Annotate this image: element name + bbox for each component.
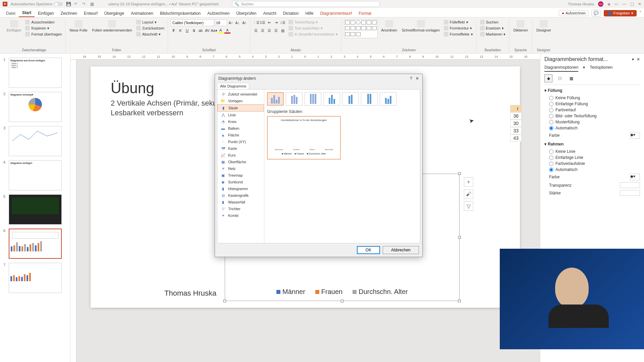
maximize-icon[interactable]: ▢ <box>630 2 634 6</box>
type-radar[interactable]: ✳Netz <box>217 165 264 172</box>
tab-help[interactable]: Hilfe <box>302 10 317 17</box>
layout-button[interactable]: Layout▾ <box>136 19 165 25</box>
decrease-font-icon[interactable]: A↓ <box>234 20 240 26</box>
copy-button[interactable]: Kopieren▾ <box>24 25 62 31</box>
type-surface[interactable]: ▦Oberfläche <box>217 159 264 165</box>
tab-transitions[interactable]: Übergänge <box>101 10 127 17</box>
cut-button[interactable]: Ausschneiden <box>24 19 62 25</box>
type-templates[interactable]: 📁Vorlagen <box>217 98 264 104</box>
italic-button[interactable]: K <box>177 27 183 34</box>
effects-tab-icon[interactable]: ⬠ <box>556 74 564 82</box>
font-family-combo[interactable] <box>171 19 214 26</box>
font-color-button[interactable]: A <box>224 27 230 34</box>
tab-text-options[interactable]: Textoptionen <box>590 65 612 72</box>
text-direction-button[interactable]: Textrichtung▾ <box>288 19 338 25</box>
record-button[interactable]: ●Aufzeichnen <box>559 10 589 16</box>
tab-chart-options[interactable]: Diagrammoptionen <box>544 65 578 72</box>
align-left-icon[interactable]: ☰ <box>253 27 259 34</box>
search-box[interactable]: 🔍 Suchen <box>232 1 380 7</box>
fill-color-button[interactable]: ◆▾ <box>630 132 640 139</box>
tab-slideshow[interactable]: Bildschirmpräsentation <box>157 10 204 17</box>
dialog-help-icon[interactable]: ? <box>410 76 412 81</box>
ok-button[interactable]: OK <box>357 246 380 254</box>
highlight-button[interactable]: A <box>218 27 224 34</box>
reset-button[interactable]: Zurücksetzen <box>136 25 165 31</box>
spacing-button[interactable]: AV <box>204 27 210 34</box>
type-recent[interactable]: ↺Zuletzt verwendet <box>217 91 264 98</box>
paste-button[interactable]: Einfügen <box>5 19 22 33</box>
tab-file[interactable]: Datei <box>3 10 19 17</box>
chart-filter-icon[interactable]: ▽ <box>464 201 473 211</box>
tab-start[interactable]: Start <box>19 9 35 17</box>
format-painter-button[interactable]: Format übertragen <box>24 32 62 37</box>
tab-format[interactable]: Format <box>355 10 375 17</box>
fill-solid-radio[interactable]: Einfarbige Füllung <box>544 101 640 107</box>
type-pie[interactable]: ◔Kreis <box>217 118 264 125</box>
tab-review[interactable]: Überprüfen <box>233 10 260 17</box>
tab-insert[interactable]: Einfügen <box>35 10 57 17</box>
dictate-button[interactable]: Diktieren <box>512 19 529 33</box>
ribbon-collapse-icon[interactable]: ˅ <box>639 11 641 15</box>
type-treemap[interactable]: ▣Treemap <box>217 172 264 179</box>
border-auto-radio[interactable]: Automatisch <box>544 167 640 173</box>
strike-button[interactable]: S̶ <box>191 27 197 34</box>
slide-thumb-7[interactable]: 7 <box>0 261 70 295</box>
type-line[interactable]: ⋀Linie <box>217 112 264 118</box>
type-area[interactable]: ▲Fläche <box>217 132 264 138</box>
tab-design[interactable]: Entwurf <box>80 10 101 17</box>
border-section-header[interactable]: ▾Rahmen <box>544 142 640 146</box>
type-waterfall[interactable]: ▮Wasserfall <box>217 199 264 205</box>
save-icon[interactable]: 💾 <box>66 2 71 6</box>
coming-soon-icon[interactable]: ◈ <box>607 2 610 6</box>
dialog-titlebar[interactable]: Diagrammtyp ändern ?✕ <box>215 74 422 83</box>
indent-inc-icon[interactable]: ⇥ <box>273 19 279 25</box>
bold-button[interactable]: F <box>171 27 177 34</box>
type-sunburst[interactable]: ◉Sunburst <box>217 179 264 185</box>
font-size-combo[interactable] <box>215 19 227 26</box>
border-color-button[interactable]: ◆▾ <box>630 174 640 180</box>
redo-icon[interactable]: ↷ <box>82 2 87 6</box>
type-boxwhisker[interactable]: ⊟Kastengrafik <box>217 192 264 199</box>
reuse-slides-button[interactable]: Folien wiederverwenden <box>91 19 133 33</box>
subtype-3d-column[interactable] <box>380 92 396 106</box>
chart-elements-icon[interactable]: + <box>464 177 473 187</box>
tab-all-charts[interactable]: Alle Diagramme <box>217 83 249 89</box>
case-button[interactable]: Aa▾ <box>211 27 217 34</box>
dialog-close-icon[interactable]: ✕ <box>416 76 419 81</box>
fill-gradient-radio[interactable]: Farbverlauf <box>544 107 640 113</box>
chart-styles-icon[interactable]: 🖌 <box>464 189 473 199</box>
autosave-toggle[interactable]: Automatisches Speichern <box>11 2 63 6</box>
type-stock[interactable]: 📈Kurs <box>217 152 264 159</box>
subtype-3d-stacked[interactable] <box>342 92 359 106</box>
shape-gallery[interactable] <box>344 19 378 38</box>
cancel-button[interactable]: Abbrechen <box>383 246 419 254</box>
justify-icon[interactable]: ☰ <box>273 27 279 34</box>
type-funnel[interactable]: ▽Trichter <box>217 205 264 212</box>
quick-styles-button[interactable]: Schnellformat-vorlagen <box>400 19 441 33</box>
slide-thumb-1[interactable]: 1Diagramme aus Excel einfügen· Option 1·… <box>0 56 70 90</box>
tab-draw[interactable]: Zeichnen <box>57 10 80 17</box>
align-center-icon[interactable]: ☰ <box>260 27 266 34</box>
columns-icon[interactable]: ▥ <box>280 27 286 34</box>
shape-effects-button[interactable]: Formeffekte▾ <box>443 32 474 37</box>
toggle-switch[interactable] <box>54 2 63 6</box>
bullets-icon[interactable]: ⋮☰ <box>253 19 259 25</box>
slide-thumb-5[interactable]: 5 <box>0 192 70 227</box>
type-column[interactable]: ▮Säule <box>217 104 264 112</box>
fill-picture-radio[interactable]: Bild- oder Texturfüllung <box>544 113 640 119</box>
shape-fill-button[interactable]: Fülleffekt▾ <box>443 19 474 25</box>
tab-dictation[interactable]: Dictation <box>280 10 302 17</box>
new-slide-button[interactable]: Neue Folie <box>68 19 89 33</box>
width-input[interactable] <box>620 190 640 196</box>
smartart-button[interactable]: In SmartArt konvertieren▾ <box>288 32 338 37</box>
border-gradient-radio[interactable]: Farbverlaufslinie <box>544 161 640 167</box>
type-map[interactable]: 🗺Karte <box>217 145 264 152</box>
undo-icon[interactable]: ↶ <box>74 2 79 6</box>
fill-pattern-radio[interactable]: Musterfüllung <box>544 119 640 125</box>
shadow-button[interactable]: ab <box>198 27 204 34</box>
minimize-icon[interactable]: — <box>622 2 626 6</box>
touch-mode-icon[interactable]: ▦ <box>90 2 95 6</box>
clear-format-icon[interactable]: Aͯ <box>241 20 247 26</box>
comments-icon[interactable]: 💬 <box>591 10 601 16</box>
close-icon[interactable]: ✕ <box>638 2 641 6</box>
